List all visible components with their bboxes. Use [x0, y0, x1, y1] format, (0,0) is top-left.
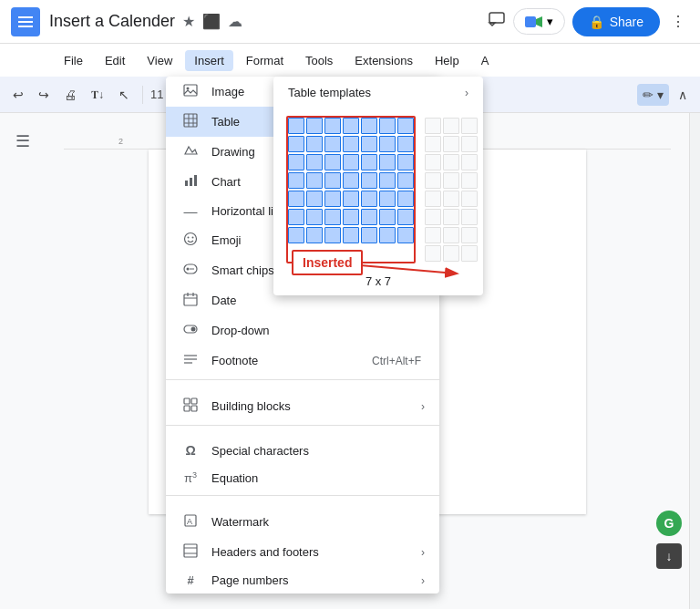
table-cell[interactable]	[379, 154, 396, 170]
menu-label-headers-footers: Headers and footers	[211, 545, 421, 559]
star-icon[interactable]: ★	[182, 13, 195, 30]
table-cell[interactable]	[379, 191, 396, 207]
menu-item-building-blocks[interactable]: Building blocks ›	[166, 391, 439, 421]
menu-item-page-numbers[interactable]: # Page numbers ›	[166, 567, 439, 594]
table-cell[interactable]	[343, 209, 359, 225]
menu-item-equation[interactable]: π3 Equation	[166, 464, 439, 491]
edit-mode-button[interactable]: ✏ ▾	[637, 84, 669, 106]
table-cell[interactable]	[379, 136, 396, 152]
table-cell[interactable]	[324, 136, 341, 152]
table-cell[interactable]	[306, 136, 323, 152]
menu-help[interactable]: Help	[426, 50, 468, 71]
table-cell[interactable]	[397, 136, 414, 152]
menu-divider-2	[166, 425, 439, 426]
share-label: Share	[610, 15, 643, 29]
table-cell[interactable]	[288, 172, 304, 189]
table-cell[interactable]	[288, 118, 304, 134]
table-cell[interactable]	[361, 227, 377, 243]
menu-item-footnote[interactable]: Footnote Ctrl+Alt+F	[166, 346, 439, 376]
menu-format[interactable]: Format	[237, 50, 293, 71]
table-cell[interactable]	[343, 136, 359, 152]
table-cell[interactable]	[324, 227, 341, 243]
table-cell[interactable]	[361, 172, 377, 189]
menu-tools[interactable]: Tools	[296, 50, 342, 71]
table-cell[interactable]	[324, 191, 341, 207]
table-main-grid[interactable]	[288, 118, 414, 243]
table-cell[interactable]	[306, 154, 323, 170]
table-cell[interactable]	[306, 227, 323, 243]
menu-file[interactable]: File	[55, 50, 92, 71]
collapse-button[interactable]: ∧	[673, 84, 693, 106]
table-cell[interactable]	[361, 118, 377, 134]
menu-insert[interactable]: Insert	[185, 50, 233, 71]
svg-rect-34	[184, 406, 190, 411]
meet-button[interactable]: ▾	[513, 8, 565, 35]
download-icon[interactable]: ↓	[656, 543, 682, 569]
share-button[interactable]: 🔒 Share	[572, 7, 660, 36]
table-cell[interactable]	[343, 191, 359, 207]
table-cell[interactable]	[379, 118, 396, 134]
comment-button[interactable]	[488, 10, 506, 33]
svg-point-28	[191, 327, 196, 332]
menu-item-headers-footers[interactable]: Headers and footers ›	[166, 537, 439, 567]
redo-button[interactable]: ↪	[33, 84, 55, 106]
menu-item-watermark[interactable]: A Watermark	[166, 507, 439, 537]
paint-format-button[interactable]: 𝐓↓	[86, 85, 109, 105]
menu-item-dropdown[interactable]: Drop-down	[166, 315, 439, 346]
table-cell[interactable]	[397, 154, 414, 170]
menu-extensions[interactable]: Extensions	[345, 50, 422, 71]
table-cell[interactable]	[343, 172, 359, 189]
table-cell[interactable]	[397, 209, 414, 225]
table-cell[interactable]	[397, 172, 414, 189]
print-button[interactable]: 🖨	[58, 84, 82, 106]
table-cell-right	[443, 154, 459, 170]
watermark-icon: A	[180, 513, 201, 531]
table-cell[interactable]	[288, 209, 304, 225]
table-cell[interactable]	[288, 191, 304, 207]
table-cell[interactable]	[306, 209, 323, 225]
table-cell[interactable]	[379, 172, 396, 189]
grammarly-icon[interactable]: G	[656, 511, 682, 536]
table-cell[interactable]	[324, 209, 341, 225]
top-right: ▾ 🔒 Share ⋮	[488, 7, 689, 36]
menu-view[interactable]: View	[138, 50, 181, 71]
submenu-header: Table templates ›	[273, 77, 483, 108]
table-cell[interactable]	[306, 118, 323, 134]
table-cell[interactable]	[324, 154, 341, 170]
table-cell[interactable]	[288, 154, 304, 170]
menu-edit[interactable]: Edit	[96, 50, 134, 71]
more-button[interactable]: ⋮	[667, 9, 689, 34]
drawing-icon	[180, 143, 201, 160]
table-cell[interactable]	[343, 227, 359, 243]
table-cell[interactable]	[397, 118, 414, 134]
table-cell[interactable]	[397, 191, 414, 207]
svg-rect-33	[191, 398, 197, 404]
undo-button[interactable]: ↩	[7, 84, 29, 106]
table-cell[interactable]	[306, 172, 323, 189]
menu-item-special-chars[interactable]: Ω Special characters	[166, 437, 439, 464]
menu-accessibility[interactable]: A	[472, 50, 499, 71]
table-cell[interactable]	[288, 227, 304, 243]
table-cell[interactable]	[288, 136, 304, 152]
table-cell[interactable]	[397, 227, 414, 243]
cloud-icon[interactable]: ☁	[228, 13, 242, 30]
table-cell[interactable]	[361, 136, 377, 152]
table-cell-right	[461, 227, 478, 243]
table-cell[interactable]	[324, 172, 341, 189]
headers-footers-icon	[180, 543, 201, 561]
select-button[interactable]: ↖	[113, 84, 135, 106]
table-cell[interactable]	[343, 118, 359, 134]
table-cell[interactable]	[343, 154, 359, 170]
table-cell[interactable]	[361, 209, 377, 225]
table-cell[interactable]	[379, 209, 396, 225]
table-cell[interactable]	[361, 154, 377, 170]
sidebar-icon[interactable]: ☰	[15, 131, 30, 151]
app-icon	[11, 7, 40, 36]
folder-icon[interactable]: ⬛	[202, 13, 221, 30]
table-cell[interactable]	[306, 191, 323, 207]
table-cell[interactable]	[379, 227, 396, 243]
headers-footers-arrow: ›	[421, 546, 425, 559]
table-cell[interactable]	[324, 118, 341, 134]
scrollbar-right[interactable]	[689, 113, 700, 609]
table-cell[interactable]	[361, 191, 377, 207]
